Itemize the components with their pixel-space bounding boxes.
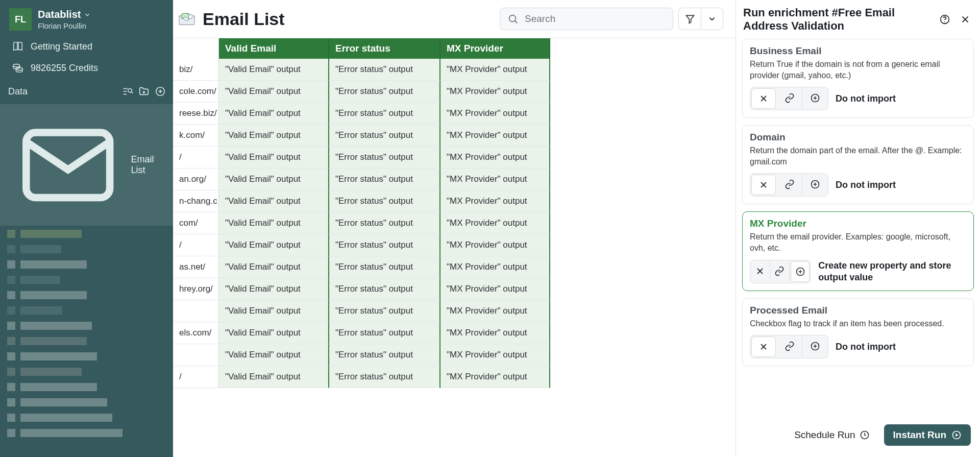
cell-error-status[interactable]: "Error status" output — [329, 212, 440, 234]
output-mode-segment[interactable] — [750, 87, 828, 110]
cell-mx-provider[interactable]: "MX Provider" output — [440, 344, 550, 366]
table-row[interactable]: k.com/"Valid Email" output"Error status"… — [173, 125, 550, 147]
sidebar-placeholder[interactable] — [7, 291, 165, 299]
table-row[interactable]: /"Valid Email" output"Error status" outp… — [173, 147, 550, 169]
cell-valid-email[interactable]: "Valid Email" output — [219, 125, 329, 147]
cell-valid-email[interactable]: "Valid Email" output — [219, 190, 329, 212]
sidebar-placeholder[interactable] — [7, 245, 165, 253]
sidebar-placeholder[interactable] — [7, 276, 165, 284]
cell-mx-provider[interactable]: "MX Provider" output — [440, 212, 550, 234]
cell-valid-email[interactable]: "Valid Email" output — [219, 344, 329, 366]
sidebar-placeholder[interactable] — [7, 368, 165, 376]
col-valid-email[interactable]: Valid Email — [219, 38, 329, 59]
cell-error-status[interactable]: "Error status" output — [329, 344, 440, 366]
folder-add-icon[interactable] — [138, 86, 150, 97]
table-row[interactable]: "Valid Email" output"Error status" outpu… — [173, 300, 550, 322]
cell-mx-provider[interactable]: "MX Provider" output — [440, 234, 550, 256]
cell-valid-email[interactable]: "Valid Email" output — [219, 212, 329, 234]
cell-valid-email[interactable]: "Valid Email" output — [219, 103, 329, 125]
cell-mx-provider[interactable]: "MX Provider" output — [440, 366, 550, 388]
table-row[interactable]: biz/"Valid Email" output"Error status" o… — [173, 59, 550, 81]
sidebar-placeholder[interactable] — [7, 414, 165, 422]
cell-error-status[interactable]: "Error status" output — [329, 125, 440, 147]
create-property-button[interactable] — [802, 87, 828, 109]
cell-error-status[interactable]: "Error status" output — [329, 103, 440, 125]
cell-error-status[interactable]: "Error status" output — [329, 81, 440, 103]
cell-mx-provider[interactable]: "MX Provider" output — [440, 300, 550, 322]
cell-mx-provider[interactable]: "MX Provider" output — [440, 103, 550, 125]
cell-source[interactable] — [173, 300, 219, 322]
instant-run-button[interactable]: Instant Run — [884, 424, 971, 446]
do-not-import-button[interactable] — [751, 175, 776, 195]
table-row[interactable]: /"Valid Email" output"Error status" outp… — [173, 366, 550, 388]
sidebar-getting-started[interactable]: Getting Started — [0, 36, 173, 57]
help-button[interactable] — [937, 12, 952, 27]
cell-valid-email[interactable]: "Valid Email" output — [219, 59, 329, 81]
cell-error-status[interactable]: "Error status" output — [329, 147, 440, 169]
cell-mx-provider[interactable]: "MX Provider" output — [440, 125, 550, 147]
sidebar-placeholder[interactable] — [7, 429, 165, 437]
cell-mx-provider[interactable]: "MX Provider" output — [440, 278, 550, 300]
link-property-button[interactable] — [777, 87, 802, 109]
create-property-button[interactable] — [802, 335, 828, 357]
filter-dropdown-button[interactable] — [701, 8, 723, 30]
col-mx-provider[interactable]: MX Provider — [440, 38, 550, 59]
cell-error-status[interactable]: "Error status" output — [329, 59, 440, 81]
cell-valid-email[interactable]: "Valid Email" output — [219, 256, 329, 278]
link-property-button[interactable] — [777, 174, 802, 195]
sidebar-placeholder[interactable] — [7, 383, 165, 391]
sidebar-credits[interactable]: 9826255 Credits — [0, 57, 173, 79]
create-property-button[interactable] — [791, 261, 810, 282]
do-not-import-button[interactable] — [750, 260, 770, 282]
cell-valid-email[interactable]: "Valid Email" output — [219, 300, 329, 322]
cell-valid-email[interactable]: "Valid Email" output — [219, 278, 329, 300]
filter-button[interactable] — [678, 8, 701, 30]
cell-valid-email[interactable]: "Valid Email" output — [219, 322, 329, 344]
cell-valid-email[interactable]: "Valid Email" output — [219, 169, 329, 190]
cell-source[interactable]: n-chang.c… — [173, 190, 219, 212]
cell-mx-provider[interactable]: "MX Provider" output — [440, 322, 550, 344]
sidebar-placeholder[interactable] — [7, 322, 165, 330]
cell-source[interactable]: / — [173, 366, 219, 388]
cell-valid-email[interactable]: "Valid Email" output — [219, 81, 329, 103]
cell-source[interactable]: els.com/ — [173, 322, 219, 344]
cell-valid-email[interactable]: "Valid Email" output — [219, 234, 329, 256]
sidebar-placeholder[interactable] — [7, 230, 165, 238]
cell-mx-provider[interactable]: "MX Provider" output — [440, 81, 550, 103]
cell-source[interactable]: cole.com/ — [173, 81, 219, 103]
cell-source[interactable]: / — [173, 147, 219, 169]
cell-source[interactable]: biz/ — [173, 59, 219, 81]
cell-error-status[interactable]: "Error status" output — [329, 234, 440, 256]
cell-source[interactable]: / — [173, 234, 219, 256]
cell-error-status[interactable]: "Error status" output — [329, 322, 440, 344]
cell-source[interactable]: hrey.org/ — [173, 278, 219, 300]
output-mode-segment[interactable] — [750, 335, 828, 358]
cell-error-status[interactable]: "Error status" output — [329, 169, 440, 190]
cell-valid-email[interactable]: "Valid Email" output — [219, 147, 329, 169]
link-property-button[interactable] — [770, 260, 790, 282]
cell-mx-provider[interactable]: "MX Provider" output — [440, 169, 550, 190]
cell-source[interactable] — [173, 344, 219, 366]
cell-source[interactable]: reese.biz/ — [173, 103, 219, 125]
cell-error-status[interactable]: "Error status" output — [329, 256, 440, 278]
cell-error-status[interactable]: "Error status" output — [329, 278, 440, 300]
link-property-button[interactable] — [777, 335, 802, 357]
cell-error-status[interactable]: "Error status" output — [329, 190, 440, 212]
do-not-import-button[interactable] — [751, 336, 776, 357]
table-row[interactable]: as.net/"Valid Email" output"Error status… — [173, 256, 550, 278]
circle-add-icon[interactable] — [155, 86, 166, 97]
table-row[interactable]: an.org/"Valid Email" output"Error status… — [173, 169, 550, 190]
cell-mx-provider[interactable]: "MX Provider" output — [440, 147, 550, 169]
sidebar-item-email-list[interactable]: Email List — [0, 104, 173, 226]
table-row[interactable]: reese.biz/"Valid Email" output"Error sta… — [173, 103, 550, 125]
output-mode-segment[interactable] — [750, 173, 828, 197]
sidebar-placeholder[interactable] — [7, 306, 165, 315]
table-row[interactable]: els.com/"Valid Email" output"Error statu… — [173, 322, 550, 344]
sidebar-placeholder[interactable] — [7, 337, 165, 345]
cell-mx-provider[interactable]: "MX Provider" output — [440, 59, 550, 81]
table-row[interactable]: /"Valid Email" output"Error status" outp… — [173, 234, 550, 256]
close-panel-button[interactable] — [958, 12, 973, 27]
cell-valid-email[interactable]: "Valid Email" output — [219, 366, 329, 388]
sidebar-placeholder[interactable] — [7, 352, 165, 360]
cell-source[interactable]: an.org/ — [173, 169, 219, 190]
